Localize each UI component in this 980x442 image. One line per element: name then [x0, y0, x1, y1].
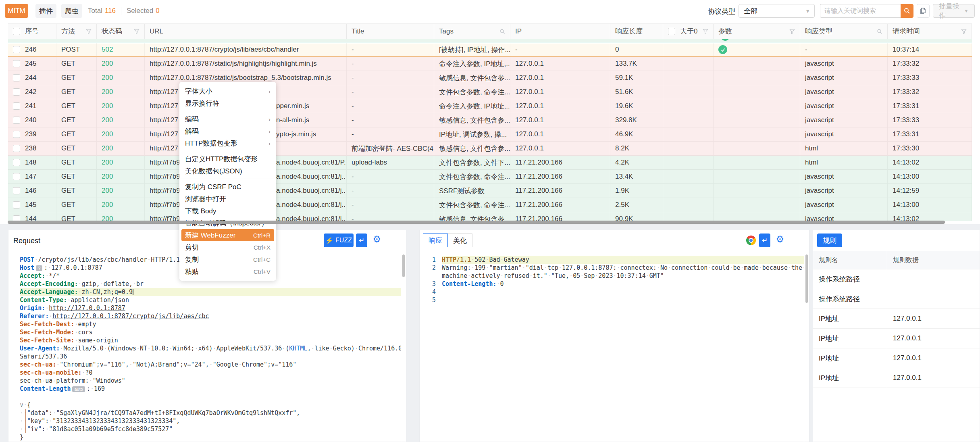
menu-item[interactable]: 美化数据包(JSON): [179, 165, 276, 177]
row-checkbox[interactable]: [13, 60, 20, 67]
row-checkbox[interactable]: [13, 187, 20, 194]
row-checkbox[interactable]: [13, 145, 20, 152]
menu-separator: [179, 151, 276, 151]
menu-item[interactable]: 字体大小›: [179, 85, 276, 97]
table-row-147[interactable]: 147GET200http://f7b9a.node4.buuoj.cn:81/…: [8, 170, 972, 184]
column-header-9[interactable]: 大于0: [663, 24, 714, 39]
newline-toggle-button[interactable]: ↵: [759, 234, 770, 247]
column-header-5[interactable]: Title: [347, 24, 434, 39]
context-menu: 字体大小›显示换行符编码›解码›HTTP数据包变形›自定义HTTP数据包变形美化…: [179, 82, 276, 281]
cell-status: 200: [97, 156, 145, 170]
row-checkbox[interactable]: [13, 173, 20, 180]
horizontal-scrollbar[interactable]: [8, 221, 945, 224]
table-row-148[interactable]: 148GET200http://f7b9a.node4.buuoj.cn:81/…: [8, 156, 972, 170]
request-editor[interactable]: POST·/crypto/js/lib/aes/cbc/handler·HTTP…: [8, 252, 401, 442]
bulk-actions-button[interactable]: 批量操作 ▼: [933, 4, 975, 18]
row-checkbox[interactable]: [13, 46, 20, 53]
tab-plugins[interactable]: 插件: [35, 4, 56, 18]
response-editor[interactable]: 1HTTP/1.1·502·Bad·Gateway2Warning:·199·"…: [420, 252, 804, 442]
table-row-238[interactable]: 238GET200http://127前端加密登陆- AES-CBC(4...敏…: [8, 142, 972, 156]
request-scrollbar-thumb[interactable]: [402, 254, 405, 277]
table-row-240[interactable]: 240GET200http://127n-all-min.js-敏感信息, 文件…: [8, 113, 972, 127]
protocol-type-select[interactable]: 全部 ▼: [739, 4, 815, 18]
rule-row[interactable]: IP地址127.0.0.1: [813, 309, 980, 329]
column-header-11[interactable]: 响应类型: [800, 24, 888, 39]
menu-item[interactable]: 下载 Body: [179, 205, 276, 217]
column-header-1[interactable]: 序号: [8, 24, 56, 39]
filter-funnel-icon[interactable]: [789, 29, 795, 34]
menu-item[interactable]: 浏览器中打开: [179, 193, 276, 205]
row-checkbox[interactable]: [13, 88, 20, 96]
fuzz-button[interactable]: ⚡ FUZZ: [324, 234, 354, 247]
rule-row[interactable]: 操作系统路径: [813, 289, 980, 309]
row-checkbox[interactable]: [13, 102, 20, 110]
tab-beautify[interactable]: 美化: [447, 234, 472, 247]
tab-response[interactable]: 响应: [423, 234, 448, 247]
filter-funnel-icon[interactable]: [961, 29, 967, 34]
menu-item[interactable]: 显示换行符: [179, 97, 276, 109]
menu-item[interactable]: 新建 WebFuzzerCtrl+R: [181, 229, 274, 241]
response-type: javascript: [805, 201, 834, 209]
table-row-241[interactable]: 241GET200http://127pper.min.js-命令注入参数, I…: [8, 99, 972, 113]
row-checkbox[interactable]: [13, 74, 20, 81]
chrome-icon[interactable]: [746, 236, 756, 245]
status-code: 200: [102, 102, 113, 110]
row-checkbox[interactable]: [13, 215, 20, 221]
column-header-4[interactable]: URL: [145, 24, 347, 39]
column-header-10[interactable]: 参数: [714, 24, 800, 39]
menu-item[interactable]: 复制为 CSRF PoC: [179, 181, 276, 193]
row-number: 241: [25, 102, 36, 110]
column-header-2[interactable]: 方法: [56, 24, 97, 39]
rule-row[interactable]: 操作系统路径: [813, 269, 980, 289]
column-search-icon[interactable]: [877, 29, 882, 34]
menu-item[interactable]: 解码›: [179, 125, 276, 137]
menu-item[interactable]: 粘贴Ctrl+V: [179, 265, 276, 277]
table-row-242[interactable]: 242GET200http://127-文件包含参数, 命令注...127.0.…: [8, 85, 972, 99]
table-row-239[interactable]: 239GET200http://127ypto-js.min.js-IP地址, …: [8, 127, 972, 142]
table-row-244[interactable]: 244GET200http://127.0.0.1:8787/static/js…: [8, 71, 972, 85]
rule-row[interactable]: IP地址127.0.0.1: [813, 348, 980, 368]
newline-toggle-button[interactable]: ↵: [356, 234, 367, 247]
ip: 127.0.0.1: [515, 144, 544, 152]
menu-item[interactable]: 复制Ctrl+C: [179, 253, 276, 265]
menu-item[interactable]: 自定义HTTP数据包变形: [179, 153, 276, 165]
filter-funnel-icon[interactable]: [86, 29, 92, 34]
table-row-145[interactable]: 145GET200http://f7b9a.node4.buuoj.cn:81/…: [8, 198, 972, 212]
rule-row[interactable]: IP地址127.0.0.1: [813, 368, 980, 388]
table-row-146[interactable]: 146GET200http://f7b9a.node4.buuoj.cn:81/…: [8, 184, 972, 198]
row-number: 146: [25, 187, 36, 195]
rules-tab-button[interactable]: 规则: [817, 234, 842, 247]
search-input[interactable]: [820, 4, 901, 18]
row-checkbox[interactable]: [13, 131, 20, 138]
search-button[interactable]: [901, 4, 913, 18]
tags: 文件包含参数, 文件下...: [439, 158, 510, 167]
gear-icon[interactable]: ⚙: [776, 235, 784, 244]
header-checkbox[interactable]: [668, 28, 675, 35]
filter-funnel-icon[interactable]: [134, 29, 139, 34]
diff-button[interactable]: [917, 4, 930, 18]
row-checkbox[interactable]: [13, 159, 20, 166]
response-scrollbar-thumb[interactable]: [805, 254, 808, 303]
column-header-6[interactable]: Tags: [434, 24, 510, 39]
table-row-246[interactable]: 246POST502http://127.0.0.1:8787/crypto/j…: [8, 43, 972, 57]
tab-mitm[interactable]: MITM: [5, 4, 28, 18]
gear-icon[interactable]: ⚙: [372, 235, 381, 244]
menu-item[interactable]: 编码›: [179, 113, 276, 125]
tab-crawler[interactable]: 爬虫: [61, 4, 82, 18]
column-header-7[interactable]: IP: [510, 24, 610, 39]
header-checkbox[interactable]: [13, 28, 20, 35]
column-header-8[interactable]: 响应长度: [610, 24, 663, 39]
menu-item[interactable]: 剪切Ctrl+X: [179, 241, 276, 253]
response-panel-header: 响应 美化 ↵ ⚙: [420, 230, 809, 252]
table-row-partial[interactable]: [8, 39, 972, 43]
row-checkbox[interactable]: [13, 201, 20, 208]
column-header-12[interactable]: 请求时间: [888, 24, 972, 39]
column-header-3[interactable]: 状态码: [97, 24, 145, 39]
column-search-icon[interactable]: [499, 29, 505, 34]
menu-item[interactable]: HTTP数据包变形›: [179, 137, 276, 149]
rule-row[interactable]: IP地址127.0.0.1: [813, 329, 980, 348]
filter-funnel-icon[interactable]: [703, 29, 708, 34]
table-row-144[interactable]: 144GET200http://f7b9a.node4.buuoj.cn:81/…: [8, 212, 972, 221]
row-checkbox[interactable]: [13, 117, 20, 124]
table-row-245[interactable]: 245GET200http://127.0.0.1:8787/static/js…: [8, 57, 972, 71]
